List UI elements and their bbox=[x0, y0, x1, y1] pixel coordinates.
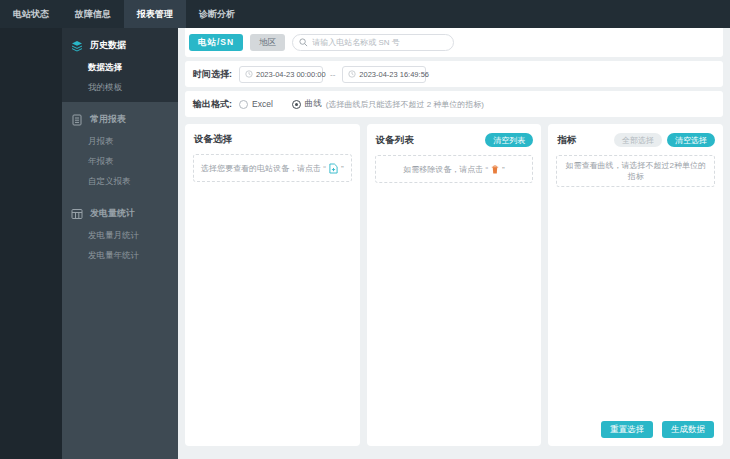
sidebar-group-common-reports: 常用报表 月报表 年报表 自定义报表 bbox=[62, 102, 178, 196]
trash-icon bbox=[491, 165, 499, 174]
nav-item-station-status[interactable]: 电站状态 bbox=[0, 0, 62, 28]
search-input[interactable] bbox=[312, 38, 447, 47]
radio-excel[interactable]: Excel bbox=[239, 99, 273, 109]
generate-data-button[interactable]: 生成数据 bbox=[662, 421, 714, 438]
device-list-panel: 设备列表 清空列表 如需移除设备，请点击 “ ” bbox=[367, 124, 542, 446]
sidebar-item-generation-yearly[interactable]: 发电量年统计 bbox=[62, 246, 178, 266]
device-list-hint-text: 如需移除设备，请点击 “ bbox=[403, 164, 488, 175]
device-list-hint-suffix: ” bbox=[502, 165, 505, 174]
nav-item-fault-info[interactable]: 故障信息 bbox=[62, 0, 124, 28]
end-datetime-value: 2023-04-23 16:49:56 bbox=[359, 70, 429, 79]
device-select-hint-suffix: ” bbox=[341, 164, 344, 173]
start-datetime-input[interactable]: 2023-04-23 00:00:00 bbox=[239, 66, 323, 83]
indicators-hint-text: 如需查看曲线，请选择不超过2种单位的指标 bbox=[563, 160, 708, 182]
search-box bbox=[292, 34, 454, 51]
device-select-hint-text: 选择您要查看的电站设备，请点击 “ bbox=[201, 163, 326, 174]
sidebar-group-label: 常用报表 bbox=[90, 113, 126, 126]
sidebar: 历史数据 数据选择 我的模板 常用报表 月报表 年报表 自定义报表 bbox=[62, 28, 178, 459]
sidebar-group-generation-stats-header[interactable]: 发电量统计 bbox=[62, 201, 178, 226]
sidebar-collapsed-strip bbox=[0, 28, 62, 459]
clock-icon bbox=[245, 70, 253, 78]
sidebar-group-label: 历史数据 bbox=[90, 39, 126, 52]
radio-curve[interactable]: 曲线 (选择曲线后只能选择不超过 2 种单位的指标) bbox=[292, 98, 484, 110]
reset-selection-button[interactable]: 重置选择 bbox=[601, 421, 653, 438]
panel-footer-actions: 重置选择 生成数据 bbox=[601, 421, 714, 438]
radio-excel-circle[interactable] bbox=[239, 100, 248, 109]
indicators-panel-title: 指标 bbox=[557, 134, 609, 147]
device-list-panel-header: 设备列表 清空列表 bbox=[367, 124, 542, 152]
top-nav: 电站状态 故障信息 报表管理 诊断分析 bbox=[0, 0, 730, 28]
main-content: 电站/SN 地区 时间选择: 2023-04-23 00:00:00 -- bbox=[178, 28, 730, 459]
clear-list-button[interactable]: 清空列表 bbox=[485, 133, 533, 147]
add-file-icon bbox=[329, 163, 338, 174]
stats-grid-icon bbox=[71, 208, 83, 220]
station-sn-tab[interactable]: 电站/SN bbox=[189, 34, 243, 51]
end-datetime-input[interactable]: 2023-04-23 16:49:56 bbox=[342, 66, 426, 83]
clear-selection-button[interactable]: 清空选择 bbox=[667, 133, 715, 147]
sidebar-group-history-data-header[interactable]: 历史数据 bbox=[62, 33, 178, 58]
device-select-hint: 选择您要查看的电站设备，请点击 “ ” bbox=[193, 154, 352, 182]
device-select-panel-header: 设备选择 bbox=[185, 124, 360, 151]
sidebar-group-common-reports-header[interactable]: 常用报表 bbox=[62, 107, 178, 132]
search-toolbar: 电站/SN 地区 bbox=[185, 28, 723, 57]
select-all-button[interactable]: 全部选择 bbox=[614, 133, 662, 147]
sidebar-item-yearly-report[interactable]: 年报表 bbox=[62, 152, 178, 172]
radio-curve-note: (选择曲线后只能选择不超过 2 种单位的指标) bbox=[326, 99, 484, 110]
time-select-row: 时间选择: 2023-04-23 00:00:00 -- 2023-04-23 … bbox=[185, 61, 723, 87]
sidebar-item-my-templates[interactable]: 我的模板 bbox=[62, 78, 178, 98]
sidebar-group-history-data: 历史数据 数据选择 我的模板 bbox=[62, 28, 178, 102]
radio-curve-circle[interactable] bbox=[292, 100, 301, 109]
indicators-panel: 指标 全部选择 清空选择 如需查看曲线，请选择不超过2种单位的指标 重置选择 生… bbox=[548, 124, 723, 446]
radio-curve-label: 曲线 bbox=[305, 98, 322, 110]
region-tab[interactable]: 地区 bbox=[250, 34, 285, 51]
indicators-hint: 如需查看曲线，请选择不超过2种单位的指标 bbox=[556, 155, 715, 187]
device-select-panel: 设备选择 选择您要查看的电站设备，请点击 “ ” bbox=[185, 124, 360, 446]
device-select-panel-title: 设备选择 bbox=[194, 133, 352, 146]
sidebar-item-generation-monthly[interactable]: 发电量月统计 bbox=[62, 226, 178, 246]
clock-icon bbox=[348, 70, 356, 78]
nav-item-diagnosis-analysis[interactable]: 诊断分析 bbox=[186, 0, 248, 28]
device-list-hint: 如需移除设备，请点击 “ ” bbox=[375, 155, 534, 183]
search-icon bbox=[299, 38, 308, 47]
report-icon bbox=[71, 114, 83, 126]
output-format-row: 输出格式: Excel 曲线 (选择曲线后只能选择不超过 2 种单位的指标) bbox=[185, 91, 723, 117]
panels-row: 设备选择 选择您要查看的电站设备，请点击 “ ” 设备列表 清空列表 bbox=[185, 124, 723, 446]
sidebar-group-label: 发电量统计 bbox=[90, 207, 135, 220]
start-datetime-value: 2023-04-23 00:00:00 bbox=[256, 70, 326, 79]
sidebar-item-data-selection[interactable]: 数据选择 bbox=[62, 58, 178, 78]
output-format-label: 输出格式: bbox=[193, 98, 232, 111]
sidebar-group-generation-stats: 发电量统计 发电量月统计 发电量年统计 bbox=[62, 196, 178, 270]
radio-excel-label: Excel bbox=[252, 99, 273, 109]
indicators-panel-header: 指标 全部选择 清空选择 bbox=[548, 124, 723, 152]
sidebar-item-custom-report[interactable]: 自定义报表 bbox=[62, 172, 178, 192]
device-list-panel-title: 设备列表 bbox=[376, 134, 481, 147]
time-select-label: 时间选择: bbox=[193, 68, 232, 81]
sidebar-item-monthly-report[interactable]: 月报表 bbox=[62, 132, 178, 152]
nav-item-report-management[interactable]: 报表管理 bbox=[124, 0, 186, 28]
layers-icon bbox=[71, 40, 83, 52]
date-range-separator: -- bbox=[330, 70, 335, 79]
